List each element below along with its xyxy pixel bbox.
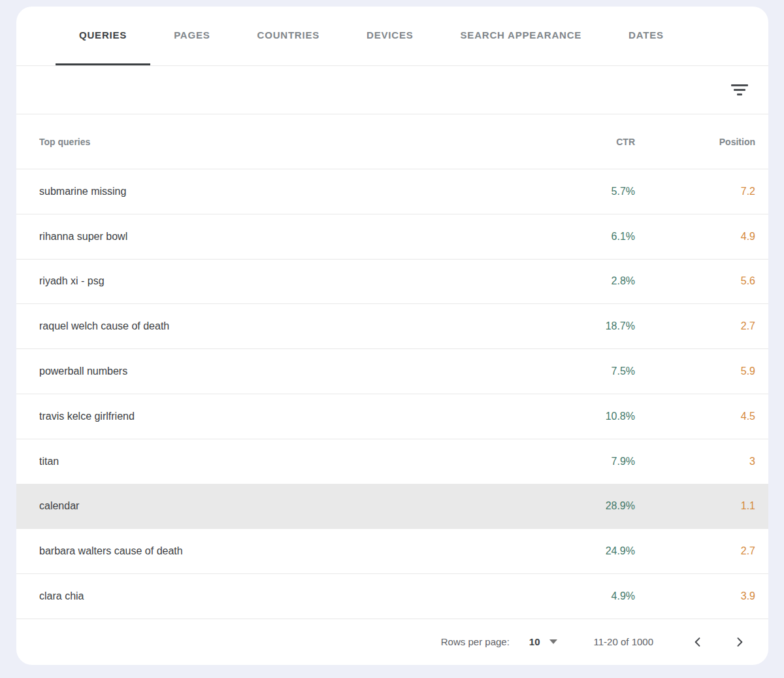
query-cell[interactable]: rihanna super bowl bbox=[39, 231, 570, 243]
position-value: 7.2 bbox=[635, 186, 755, 197]
position-value: 2.7 bbox=[635, 545, 755, 557]
query-cell[interactable]: riyadh xi - psg bbox=[39, 275, 570, 287]
tab-pages[interactable]: PAGES bbox=[150, 7, 233, 65]
query-cell[interactable]: travis kelce girlfriend bbox=[39, 411, 570, 422]
table-row[interactable]: travis kelce girlfriend10.8%4.5 bbox=[16, 394, 768, 439]
table-row[interactable]: calendar28.9%1.1 bbox=[16, 484, 768, 529]
performance-report-card: QUERIESPAGESCOUNTRIESDEVICESSEARCH APPEA… bbox=[16, 7, 768, 665]
position-value: 5.9 bbox=[635, 365, 755, 377]
position-value: 1.1 bbox=[635, 500, 755, 512]
previous-page-button[interactable] bbox=[685, 629, 711, 655]
ctr-value: 24.9% bbox=[570, 545, 635, 557]
column-header-top-queries[interactable]: Top queries bbox=[39, 137, 570, 147]
ctr-value: 7.5% bbox=[570, 365, 635, 377]
table-row[interactable]: riyadh xi - psg2.8%5.6 bbox=[16, 259, 768, 304]
table-row[interactable]: powerball numbers7.5%5.9 bbox=[16, 348, 768, 394]
query-cell[interactable]: powerball numbers bbox=[39, 365, 570, 377]
query-cell[interactable]: raquel welch cause of death bbox=[39, 320, 570, 332]
pagination-bar: Rows per page: 10 11-20 of 1000 bbox=[16, 619, 768, 665]
query-cell[interactable]: submarine missing bbox=[39, 186, 570, 197]
ctr-value: 28.9% bbox=[570, 500, 635, 512]
table-header: Top queries CTR Position bbox=[16, 114, 768, 169]
ctr-value: 4.9% bbox=[570, 590, 635, 602]
tab-devices[interactable]: DEVICES bbox=[343, 7, 436, 65]
table-row[interactable]: rihanna super bowl6.1%4.9 bbox=[16, 214, 768, 259]
tab-search-appearance[interactable]: SEARCH APPEARANCE bbox=[437, 7, 606, 65]
tab-dates[interactable]: DATES bbox=[605, 7, 687, 65]
tab-countries[interactable]: COUNTRIES bbox=[234, 7, 344, 65]
ctr-value: 5.7% bbox=[570, 186, 635, 197]
filter-row bbox=[16, 66, 768, 114]
table-row[interactable]: clara chia4.9%3.9 bbox=[16, 573, 768, 619]
position-value: 5.6 bbox=[635, 275, 755, 287]
column-header-ctr[interactable]: CTR bbox=[570, 137, 635, 147]
filter-list-icon bbox=[734, 89, 745, 91]
ctr-value: 18.7% bbox=[570, 320, 635, 332]
rows-per-page-label: Rows per page: bbox=[441, 636, 510, 647]
filter-list-icon bbox=[731, 84, 748, 86]
ctr-value: 6.1% bbox=[570, 231, 635, 243]
tab-queries[interactable]: QUERIES bbox=[56, 7, 150, 65]
filter-button[interactable] bbox=[725, 76, 754, 105]
rows-per-page-value: 10 bbox=[529, 636, 540, 647]
chevron-left-icon bbox=[691, 636, 704, 649]
table-body: submarine missing5.7%7.2rihanna super bo… bbox=[16, 169, 768, 619]
position-value: 2.7 bbox=[635, 320, 755, 332]
ctr-value: 10.8% bbox=[570, 411, 635, 422]
table-row[interactable]: titan7.9%3 bbox=[16, 439, 768, 484]
position-value: 4.9 bbox=[635, 231, 755, 243]
table-row[interactable]: submarine missing5.7%7.2 bbox=[16, 169, 768, 214]
table-row[interactable]: raquel welch cause of death18.7%2.7 bbox=[16, 303, 768, 348]
query-cell[interactable]: calendar bbox=[39, 500, 570, 512]
chevron-right-icon bbox=[733, 636, 746, 649]
column-header-position[interactable]: Position bbox=[635, 137, 755, 147]
query-cell[interactable]: titan bbox=[39, 456, 570, 467]
position-value: 3.9 bbox=[635, 590, 755, 602]
query-cell[interactable]: clara chia bbox=[39, 590, 570, 602]
ctr-value: 7.9% bbox=[570, 456, 635, 467]
query-cell[interactable]: barbara walters cause of death bbox=[39, 545, 570, 557]
tab-bar: QUERIESPAGESCOUNTRIESDEVICESSEARCH APPEA… bbox=[16, 7, 768, 66]
ctr-value: 2.8% bbox=[570, 275, 635, 287]
filter-list-icon bbox=[737, 93, 742, 95]
position-value: 4.5 bbox=[635, 411, 755, 422]
table-row[interactable]: barbara walters cause of death24.9%2.7 bbox=[16, 528, 768, 573]
rows-per-page-select[interactable]: 10 bbox=[529, 636, 557, 647]
next-page-button[interactable] bbox=[727, 629, 753, 655]
position-value: 3 bbox=[635, 456, 755, 467]
arrow-drop-down-icon bbox=[549, 639, 557, 644]
page-range-label: 11-20 of 1000 bbox=[594, 636, 653, 647]
